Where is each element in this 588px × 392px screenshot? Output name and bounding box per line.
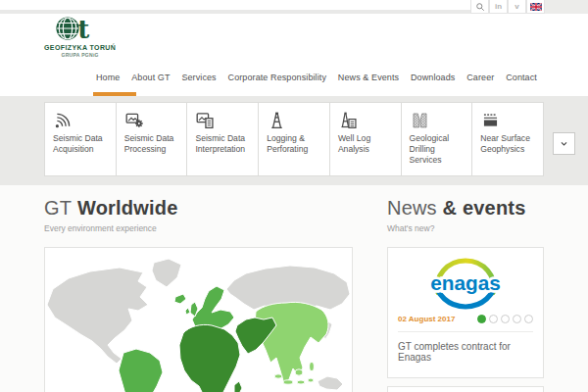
carousel-dot[interactable] bbox=[501, 315, 510, 323]
news-subtitle: What's new? bbox=[387, 223, 544, 233]
enagas-logo: enagas bbox=[422, 254, 509, 313]
carousel-dot[interactable] bbox=[489, 315, 498, 323]
nav-item-home[interactable]: Home bbox=[96, 59, 120, 96]
company-logo[interactable]: t GEOFIZYKA TORUŃ GRUPA PGNiG bbox=[44, 15, 116, 58]
nav-item-downloads[interactable]: Downloads bbox=[411, 59, 455, 96]
carousel-dots bbox=[474, 315, 533, 323]
main-content: GT Worldwide Every environment experienc… bbox=[0, 185, 588, 392]
map-region-asia[interactable] bbox=[255, 302, 328, 384]
map-region-north-america[interactable] bbox=[47, 268, 148, 364]
svg-text:enagas: enagas bbox=[430, 271, 501, 294]
image-document-icon bbox=[195, 110, 216, 130]
worldwide-subtitle: Every environment experience bbox=[44, 223, 353, 233]
map-region-iceland[interactable] bbox=[174, 294, 186, 304]
company-name: GEOFIZYKA TORUŃ bbox=[44, 44, 116, 51]
carousel-dot[interactable] bbox=[477, 315, 486, 323]
news-card-logo: enagas bbox=[388, 248, 543, 315]
topbar: in v bbox=[0, 0, 588, 14]
derrick-document-icon bbox=[338, 110, 359, 130]
nav-item-services[interactable]: Services bbox=[181, 59, 216, 96]
service-cards: Seismic Data Acquisition Seismic Data Pr… bbox=[44, 102, 544, 176]
linkedin-link[interactable]: in bbox=[489, 0, 508, 14]
uk-flag-icon bbox=[530, 3, 542, 11]
linkedin-icon: in bbox=[495, 2, 502, 11]
map-region-new-guinea[interactable] bbox=[318, 376, 343, 390]
news-card[interactable]: enagas 02 August 2017 GT completes contr… bbox=[387, 247, 544, 378]
topbar-right-filler bbox=[545, 0, 588, 14]
map-region-ireland[interactable] bbox=[185, 308, 190, 315]
worldwide-title: GT Worldwide bbox=[44, 197, 353, 220]
upcoming-events-card[interactable]: Upcoming events bbox=[387, 386, 544, 392]
borehole-icon bbox=[410, 110, 430, 130]
globe-gt-icon: t bbox=[55, 15, 106, 43]
nav-item-news-events[interactable]: News & Events bbox=[338, 59, 399, 96]
ground-layers-icon bbox=[480, 110, 501, 130]
worldwide-section: GT Worldwide Every environment experienc… bbox=[44, 197, 353, 392]
page: in v bbox=[0, 0, 588, 392]
nav-item-career[interactable]: Career bbox=[466, 59, 494, 96]
service-card-well-log-analysis[interactable]: Well Log Analysis bbox=[330, 102, 402, 176]
main-nav: Home About GT Services Corporate Respons… bbox=[0, 59, 537, 96]
news-section: News & events What's new? bbox=[387, 197, 544, 392]
language-switcher[interactable] bbox=[526, 0, 545, 14]
nav-item-about-gt[interactable]: About GT bbox=[131, 59, 170, 96]
news-date: 02 August 2017 bbox=[398, 315, 455, 323]
search-icon bbox=[475, 2, 485, 12]
site-header: t GEOFIZYKA TORUŃ GRUPA PGNiG bbox=[0, 14, 588, 59]
image-gear-icon bbox=[124, 110, 145, 130]
topbar-actions: in v bbox=[470, 0, 545, 14]
map-region-south-america[interactable] bbox=[119, 349, 163, 392]
map-region-africa[interactable] bbox=[179, 324, 240, 392]
map-region-greenland[interactable] bbox=[152, 259, 181, 287]
nav-item-contact[interactable]: Contact bbox=[506, 59, 537, 96]
news-card-meta: 02 August 2017 bbox=[388, 315, 543, 323]
company-group: GRUPA PGNiG bbox=[61, 52, 98, 58]
svg-text:t: t bbox=[77, 15, 89, 43]
service-card-seismic-data-processing[interactable]: Seismic Data Processing bbox=[117, 102, 188, 176]
carousel-next-button[interactable] bbox=[553, 132, 575, 155]
carousel-dot[interactable] bbox=[524, 315, 533, 323]
search-button[interactable] bbox=[470, 0, 489, 14]
world-map[interactable] bbox=[44, 247, 353, 392]
service-card-logging-perforating[interactable]: Logging & Perforating bbox=[259, 102, 330, 176]
services-carousel: Seismic Data Acquisition Seismic Data Pr… bbox=[0, 96, 588, 185]
vimeo-link[interactable]: v bbox=[508, 0, 526, 14]
news-headline: GT completes contract for Enagas bbox=[388, 332, 543, 377]
map-region-madagascar[interactable] bbox=[234, 381, 242, 392]
nav-item-corporate-responsibility[interactable]: Corporate Responsibility bbox=[228, 59, 326, 96]
news-title: News & events bbox=[387, 197, 544, 220]
seismic-waves-icon bbox=[53, 110, 74, 130]
carousel-dot[interactable] bbox=[513, 315, 521, 323]
service-card-seismic-data-acquisition[interactable]: Seismic Data Acquisition bbox=[44, 102, 117, 176]
service-card-geological-drilling-services[interactable]: Geological Drilling Services bbox=[402, 102, 473, 176]
vimeo-icon: v bbox=[514, 2, 518, 11]
service-card-seismic-data-interpretation[interactable]: Seismic Data Interpretation bbox=[187, 102, 259, 176]
chevron-down-icon bbox=[558, 137, 570, 150]
service-card-near-surface-geophysics[interactable]: Near Surface Geophysics bbox=[472, 102, 544, 176]
derrick-icon bbox=[267, 110, 287, 130]
